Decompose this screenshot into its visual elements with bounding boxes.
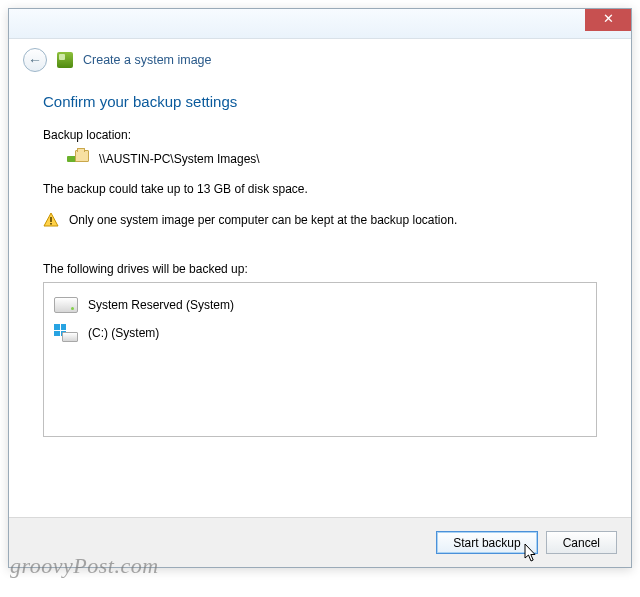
- warning-row: Only one system image per computer can b…: [43, 212, 597, 228]
- back-arrow-icon: ←: [28, 52, 42, 68]
- start-backup-button[interactable]: Start backup: [436, 531, 537, 554]
- backup-location-label: Backup location:: [43, 128, 597, 142]
- dialog-footer: Start backup Cancel: [9, 517, 631, 567]
- titlebar: ✕: [9, 9, 631, 39]
- backup-location-path: \\AUSTIN-PC\System Images\: [99, 152, 260, 166]
- window-title: Create a system image: [83, 53, 212, 67]
- page-heading: Confirm your backup settings: [43, 93, 597, 110]
- system-image-icon: [57, 52, 73, 68]
- drive-icon: [54, 297, 78, 313]
- dialog-window: ✕ ← Create a system image Confirm your b…: [8, 8, 632, 568]
- cancel-button[interactable]: Cancel: [546, 531, 617, 554]
- warning-icon: [43, 212, 59, 228]
- drives-listbox: System Reserved (System) (C:) (System): [43, 282, 597, 437]
- backup-location-row: \\AUSTIN-PC\System Images\: [43, 150, 597, 168]
- header-nav: ← Create a system image: [9, 39, 631, 75]
- close-button[interactable]: ✕: [585, 9, 631, 31]
- drive-name: (C:) (System): [88, 326, 159, 340]
- list-item[interactable]: System Reserved (System): [54, 291, 586, 319]
- svg-rect-0: [50, 217, 52, 222]
- list-item[interactable]: (C:) (System): [54, 319, 586, 347]
- back-button[interactable]: ←: [23, 48, 47, 72]
- warning-text: Only one system image per computer can b…: [69, 213, 457, 227]
- content-area: Confirm your backup settings Backup loca…: [9, 75, 631, 437]
- network-folder-icon: [67, 150, 89, 168]
- svg-rect-1: [50, 223, 52, 225]
- drive-name: System Reserved (System): [88, 298, 234, 312]
- drives-label: The following drives will be backed up:: [43, 262, 597, 276]
- close-icon: ✕: [603, 11, 614, 26]
- size-info-text: The backup could take up to 13 GB of dis…: [43, 182, 597, 196]
- windows-drive-icon: [54, 324, 78, 342]
